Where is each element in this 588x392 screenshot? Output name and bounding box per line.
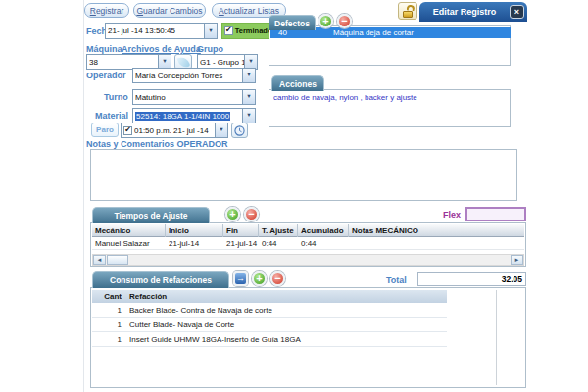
chevron-down-icon: ▼ xyxy=(248,59,253,65)
tiempos-section-header: Tiempos de Ajuste xyxy=(92,207,210,223)
lock-button[interactable] xyxy=(398,2,417,20)
close-icon[interactable]: × xyxy=(510,5,524,19)
editar-registro-screen: Registrar Guardar Cambios Actualizar Lis… xyxy=(0,0,588,392)
paro-datepicker[interactable]: ✔ 01:50 p.m. 21- jul -14 ▼ xyxy=(121,122,228,138)
remove-refaccion-button[interactable]: − xyxy=(270,271,285,286)
column-header: T. Ajuste xyxy=(262,226,294,235)
horizontal-scrollbar[interactable]: ◄ ► xyxy=(92,254,524,266)
paro-dropdown-button[interactable]: ▼ xyxy=(215,123,227,137)
scrollbar-thumb[interactable] xyxy=(107,255,128,265)
mecanico-cell: Manuel Salazar xyxy=(95,239,150,248)
add-defecto-button[interactable]: + xyxy=(318,14,333,28)
add-refaccion-button[interactable]: + xyxy=(252,271,267,286)
terminado-field: ✔ Terminado xyxy=(221,23,272,39)
material-value-selected: 52514: 18GA 1-1/4IN 1000 xyxy=(135,112,230,121)
chevron-down-icon: ▼ xyxy=(219,127,223,133)
tiempos-header-row: Mecánico Inicio Fin T. Ajuste Acumulado … xyxy=(92,224,524,237)
inicio-cell: 21-jul-14 xyxy=(169,239,199,248)
refaccion-cell: Insert Guide UHMW 18GA-Inserto de Guía 1… xyxy=(129,335,301,344)
turno-value: Matutino xyxy=(133,93,242,102)
grupo-dropdown-button[interactable]: ▼ xyxy=(244,55,257,69)
fecha-dropdown-button[interactable]: ▼ xyxy=(204,24,217,38)
acumulado-cell: 0:44 xyxy=(301,239,317,248)
turno-dropdown-button[interactable]: ▼ xyxy=(242,90,255,104)
flex-input[interactable] xyxy=(466,207,526,221)
chevron-down-icon: ▼ xyxy=(246,113,251,119)
column-separator xyxy=(258,224,259,237)
operador-label: Operador xyxy=(86,71,126,80)
defectos-list[interactable]: 40 Máquina deja de cortar xyxy=(269,25,511,66)
table-divider xyxy=(496,290,497,385)
column-separator xyxy=(348,224,349,237)
acciones-section-header: Acciones xyxy=(271,75,324,91)
acciones-text: cambio de navaja, nylon , backer y ajust… xyxy=(273,93,506,102)
scroll-left-button[interactable]: ◄ xyxy=(93,255,106,265)
total-label: Total xyxy=(386,275,407,285)
paro-label: Paro xyxy=(91,122,119,137)
padlock-body xyxy=(403,11,413,18)
column-header: Mecánico xyxy=(95,226,130,235)
material-label: Material xyxy=(95,111,128,121)
column-header: Cant xyxy=(94,292,122,301)
open-padlock-icon xyxy=(407,4,416,11)
terminado-checkbox[interactable]: ✔ xyxy=(224,26,233,35)
remove-defecto-button[interactable]: − xyxy=(337,14,352,28)
total-value: 32.05 xyxy=(417,272,526,286)
acciones-textarea[interactable]: cambio de navaja, nylon , backer y ajust… xyxy=(269,89,511,127)
add-tiempo-button[interactable]: + xyxy=(225,207,240,221)
scroll-right-button[interactable]: ► xyxy=(511,255,523,265)
paro-value: 01:50 p.m. 21- jul -14 xyxy=(132,126,215,135)
tab-title: Editar Registro xyxy=(419,7,510,17)
maquina-value: 38 xyxy=(87,58,158,67)
refaccion-row[interactable]: 1 Insert Guide UHMW 18GA-Inserto de Guía… xyxy=(92,333,447,347)
refaccion-row[interactable]: 1 Backer Blade- Contra de Navaja de cort… xyxy=(92,304,447,318)
refacciones-table: Cant Refacción 1 Backer Blade- Contra de… xyxy=(90,287,526,388)
transfer-refaccion-button[interactable]: → xyxy=(233,271,248,286)
t-ajuste-cell: 0:44 xyxy=(262,239,277,248)
maquina-dropdown-button[interactable]: ▼ xyxy=(158,55,171,69)
fecha-value: 21- jul -14 13:50:45 xyxy=(106,26,204,35)
panel-left-divider xyxy=(83,0,84,392)
tiempos-row[interactable]: Manuel Salazar 21-jul-14 21-jul-14 0:44 … xyxy=(92,238,524,250)
operador-value: María Concepción Torres xyxy=(133,72,242,80)
chevron-down-icon: ▼ xyxy=(162,59,167,65)
refaccion-row[interactable]: 1 Cutter Blade- Navaja de Corte xyxy=(92,318,447,332)
turno-combo[interactable]: Matutino ▼ xyxy=(132,89,256,105)
cant-cell: 1 xyxy=(94,335,122,344)
tab-editar-registro[interactable]: Editar Registro × xyxy=(419,2,527,22)
operador-dropdown-button[interactable]: ▼ xyxy=(242,69,255,82)
archivos-de-ayuda-link[interactable]: Archivos de Ayuda xyxy=(122,44,201,54)
maquina-label: Máquina xyxy=(86,44,122,54)
refaccion-cell: Cutter Blade- Navaja de Corte xyxy=(129,320,234,329)
material-dropdown-button[interactable]: ▼ xyxy=(242,109,255,122)
cant-cell: 1 xyxy=(94,306,122,315)
column-separator xyxy=(165,224,166,237)
guardar-cambios-button[interactable]: Guardar Cambios xyxy=(133,3,206,18)
column-separator xyxy=(297,224,298,237)
check-icon: ✔ xyxy=(225,26,232,34)
check-icon: ✔ xyxy=(124,126,131,134)
chevron-down-icon: ▼ xyxy=(208,28,213,34)
feather-icon xyxy=(176,55,189,68)
clock-button[interactable] xyxy=(231,122,248,138)
grupo-label: Grupo xyxy=(197,44,223,54)
defecto-descripcion: Máquina deja de cortar xyxy=(333,28,414,37)
flex-label: Flex xyxy=(443,210,461,220)
paro-checkbox[interactable]: ✔ xyxy=(123,126,132,135)
fecha-datepicker[interactable]: 21- jul -14 13:50:45 ▼ xyxy=(105,23,218,39)
column-separator xyxy=(222,224,223,237)
refacciones-header-row: Cant Refacción xyxy=(92,290,447,303)
cant-cell: 1 xyxy=(94,320,122,329)
operador-combo[interactable]: María Concepción Torres ▼ xyxy=(132,68,256,83)
material-combo[interactable]: 52514: 18GA 1-1/4IN 1000 ▼ xyxy=(132,108,256,123)
terminado-label: Terminado xyxy=(235,26,272,35)
chevron-down-icon: ▼ xyxy=(246,94,251,100)
remove-tiempo-button[interactable]: − xyxy=(244,207,259,221)
turno-label: Turno xyxy=(104,92,128,102)
column-header: Refacción xyxy=(129,292,167,301)
tiempos-table: Mecánico Inicio Fin T. Ajuste Acumulado … xyxy=(90,222,526,267)
column-header: Acumulado xyxy=(301,226,344,235)
notas-operador-textarea[interactable] xyxy=(90,149,517,201)
refaccion-cell: Backer Blade- Contra de Navaja de corte xyxy=(129,306,272,315)
registrar-button[interactable]: Registrar xyxy=(84,3,129,18)
